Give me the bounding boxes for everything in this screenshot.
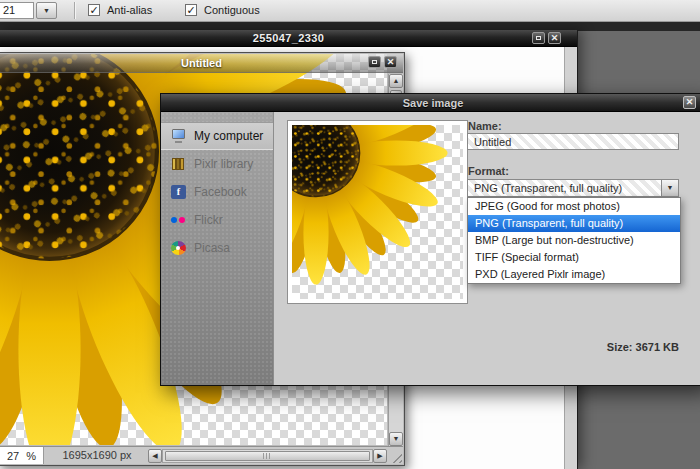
zoom-level-input[interactable]: 27 % (0, 447, 44, 464)
contiguous-label: Contiguous (204, 4, 260, 16)
format-selected-value: PNG (Transparent, full quality) (474, 182, 622, 194)
format-option-jpeg[interactable]: JPEG (Good for most photos) (468, 198, 680, 215)
picasa-icon (171, 241, 186, 255)
image-dimensions: 1695x1690 px (46, 447, 148, 464)
format-option-pxd[interactable]: PXD (Layered Pixlr image) (468, 266, 680, 283)
close-icon: ✕ (551, 34, 559, 42)
sidebar-item-label: Flickr (194, 213, 223, 227)
sidebar-item-label: My computer (194, 129, 263, 143)
name-label: Name: (468, 120, 502, 132)
close-icon: ✕ (387, 58, 395, 66)
maximize-button[interactable] (532, 32, 545, 44)
scroll-up-icon[interactable]: ▲ (389, 74, 403, 88)
image-preview (287, 120, 468, 304)
antialias-label: Anti-alias (107, 4, 152, 16)
tolerance-input[interactable]: 21 (0, 2, 34, 19)
pixlr-app: 21 ▼ ✓ Anti-alias ✓ Contiguous 255047_23… (0, 0, 700, 469)
format-option-tiff[interactable]: TIFF (Special format) (468, 249, 680, 266)
maximize-icon (536, 36, 541, 40)
maximize-button[interactable] (368, 56, 381, 68)
format-option-bmp[interactable]: BMP (Large but non-destructive) (468, 232, 680, 249)
close-button[interactable]: ✕ (384, 56, 397, 68)
save-image-dialog: Save image ✕ My computer Pixlr library (160, 93, 700, 386)
image-window-titlebar[interactable]: Untitled ✕ (0, 54, 403, 73)
dialog-title: Save image (403, 97, 464, 109)
sidebar-item-flickr[interactable]: Flickr (161, 206, 273, 234)
dialog-body: My computer Pixlr library f Facebook (161, 112, 700, 385)
dialog-close-button[interactable]: ✕ (683, 96, 696, 109)
top-toolbar: 21 ▼ ✓ Anti-alias ✓ Contiguous (0, 0, 700, 22)
format-option-png[interactable]: PNG (Transparent, full quality) (468, 215, 680, 232)
sunflower-preview (292, 125, 451, 288)
chevron-down-icon[interactable]: ▼ (661, 180, 678, 196)
antialias-option: ✓ Anti-alias (88, 4, 152, 16)
resize-grip[interactable] (389, 450, 402, 463)
flickr-icon (171, 213, 186, 227)
sidebar-item-label: Picasa (194, 241, 230, 255)
format-dropdown-list: JPEG (Good for most photos) PNG (Transpa… (467, 197, 681, 284)
sidebar-item-facebook[interactable]: f Facebook (161, 178, 273, 206)
contiguous-checkbox[interactable]: ✓ (185, 4, 197, 16)
scroll-down-icon[interactable]: ▼ (389, 432, 403, 446)
name-input[interactable]: Untitled (467, 133, 679, 150)
document-window-titlebar[interactable]: 255047_2330 ✕ (0, 30, 577, 47)
scroll-right-icon[interactable]: ▶ (373, 449, 387, 463)
library-icon (171, 157, 186, 171)
document-window-title: 255047_2330 (253, 32, 325, 44)
dialog-fields: Name: Untitled Format: PNG (Transparent,… (467, 112, 681, 385)
thumb-grip-icon (263, 453, 272, 459)
sidebar-item-label: Facebook (194, 185, 247, 199)
dialog-sidebar: My computer Pixlr library f Facebook (161, 112, 274, 385)
computer-icon (171, 129, 186, 143)
tolerance-dropdown-button[interactable]: ▼ (36, 2, 57, 19)
zoom-value: 27 (7, 450, 19, 462)
horizontal-scrollbar[interactable]: ◀ ▶ (148, 449, 387, 463)
facebook-icon: f (171, 185, 186, 199)
sidebar-item-label: Pixlr library (194, 157, 253, 171)
contiguous-option: ✓ Contiguous (185, 4, 260, 16)
zoom-unit: % (26, 450, 36, 462)
scroll-left-icon[interactable]: ◀ (148, 449, 162, 463)
toolbar-separator (74, 2, 75, 19)
maximize-icon (372, 60, 377, 64)
sidebar-item-pixlr-library[interactable]: Pixlr library (161, 150, 273, 178)
image-window-statusbar: 27 % 1695x1690 px ◀ ▶ (0, 446, 403, 464)
format-select[interactable]: PNG (Transparent, full quality) ▼ (467, 179, 679, 197)
file-size-text: Size: 3671 KB (607, 341, 679, 353)
format-label: Format: (468, 165, 509, 177)
sidebar-item-my-computer[interactable]: My computer (161, 122, 273, 150)
image-window-title: Untitled (181, 57, 222, 69)
workspace: 255047_2330 ✕ Untitled (0, 22, 700, 469)
antialias-checkbox[interactable]: ✓ (88, 4, 100, 16)
dialog-titlebar[interactable]: Save image ✕ (161, 94, 700, 112)
horizontal-scroll-thumb[interactable] (165, 451, 370, 461)
close-button[interactable]: ✕ (548, 32, 561, 44)
sidebar-item-picasa[interactable]: Picasa (161, 234, 273, 262)
